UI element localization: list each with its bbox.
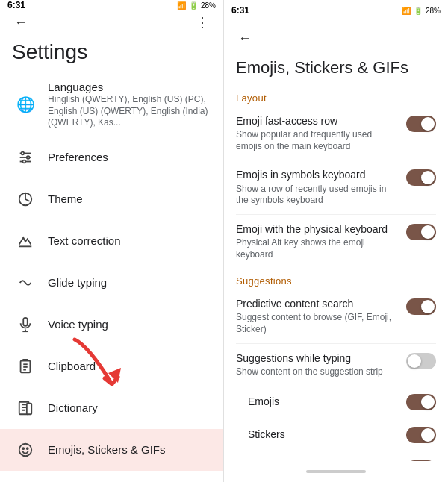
emojis-symbols-desc: Show a row of recently used emojis in th… <box>236 184 399 207</box>
toggle-item-suggestions-typing[interactable]: Suggestions while typing Show content on… <box>224 344 448 386</box>
svg-point-17 <box>19 444 32 457</box>
emojis-symbols-toggle[interactable] <box>406 169 436 186</box>
right-home-indicator <box>306 470 366 473</box>
theme-icon <box>12 186 39 213</box>
toggle-item-predictive[interactable]: Predictive content search Suggest conten… <box>224 289 448 342</box>
menu-item-text-correction[interactable]: Text correction <box>0 220 223 262</box>
emoji-physical-title: Emoji with the physical keyboard <box>236 222 399 236</box>
languages-icon: 🌐 <box>12 91 39 118</box>
toggle-item-stickers-sub[interactable]: Stickers <box>224 418 448 451</box>
share-icon <box>12 478 39 482</box>
menu-item-emojis[interactable]: Emojis, Stickers & GIFs <box>0 429 223 471</box>
preferences-label: Preferences <box>48 151 211 163</box>
suggestions-typing-desc: Show content on the suggestion strip <box>236 366 399 378</box>
toggle-item-emoji-stickers[interactable]: Emoji Stickers Suggest stickers when you… <box>224 451 448 461</box>
emoji-physical-toggle[interactable] <box>406 224 436 240</box>
right-battery-percent: 28% <box>426 7 441 15</box>
predictive-toggle[interactable] <box>406 298 436 315</box>
emojis-sub-toggle[interactable] <box>406 394 436 410</box>
right-panel: 6:31 📶 🔋 28% ← Emojis, Stickers & GIFs L… <box>224 0 448 482</box>
glide-typing-label: Glide typing <box>48 276 211 289</box>
left-top-bar: ← ⋮ <box>0 10 223 34</box>
dictionary-label: Dictionary <box>48 401 211 414</box>
clipboard-label: Clipboard <box>48 360 211 372</box>
wifi-icon: 📶 <box>402 7 411 15</box>
more-options-button[interactable]: ⋮ <box>190 10 214 34</box>
emojis-icon <box>12 436 39 463</box>
right-back-button[interactable]: ← <box>233 26 257 50</box>
text-correction-icon <box>12 228 39 254</box>
suggestions-section-label: Suggestions <box>224 268 448 289</box>
svg-point-3 <box>22 151 25 154</box>
menu-item-share-gboard[interactable]: Share Gboard <box>0 471 223 482</box>
right-top-bar: ← <box>224 21 448 55</box>
dictionary-icon <box>12 395 39 422</box>
emoji-fast-access-desc: Show popular and frequently used emojis … <box>236 129 399 152</box>
voice-typing-icon <box>12 311 39 338</box>
theme-label: Theme <box>48 193 211 205</box>
stickers-sub-toggle[interactable] <box>406 427 436 443</box>
left-status-icons: 📶 🔋 28% <box>177 1 216 10</box>
left-status-bar: 6:31 📶 🔋 28% <box>0 0 223 10</box>
right-time: 6:31 <box>231 5 249 16</box>
menu-item-dictionary[interactable]: Dictionary <box>0 387 223 429</box>
toggle-item-emoji-physical[interactable]: Emoji with the physical keyboard Physica… <box>224 215 448 268</box>
svg-rect-8 <box>23 318 28 326</box>
emoji-stickers-toggle[interactable] <box>406 460 436 461</box>
toggle-item-emojis-sub[interactable]: Emojis <box>224 385 448 418</box>
predictive-title: Predictive content search <box>236 297 399 310</box>
layout-section-label: Layout <box>224 85 448 107</box>
stickers-sub-label: Stickers <box>248 428 285 440</box>
battery-percent: 28% <box>201 1 216 10</box>
menu-item-voice-typing[interactable]: Voice typing <box>0 304 223 345</box>
back-button[interactable]: ← <box>9 10 33 34</box>
menu-item-clipboard[interactable]: Clipboard <box>0 345 223 387</box>
notification-icon: 📶 <box>177 1 186 10</box>
suggestions-typing-toggle[interactable] <box>406 353 436 369</box>
battery-icon-right: 🔋 <box>414 7 423 15</box>
toggle-item-emojis-symbols[interactable]: Emojis in symbols keyboard Show a row of… <box>224 160 448 213</box>
emojis-label: Emojis, Stickers & GIFs <box>48 443 211 456</box>
left-time: 6:31 <box>7 0 25 10</box>
svg-point-18 <box>22 448 24 449</box>
clipboard-icon <box>12 353 39 380</box>
emojis-sub-label: Emojis <box>248 395 279 407</box>
menu-list: 🌐 Languages Hinglish (QWERTY), English (… <box>0 73 223 482</box>
right-status-bar: 6:31 📶 🔋 28% <box>224 0 448 21</box>
right-bottom-bar <box>224 461 448 482</box>
predictive-desc: Suggest content to browse (GIF, Emoji, S… <box>236 312 399 335</box>
left-panel: 6:31 📶 🔋 28% ← ⋮ Settings 🌐 Languages Hi… <box>0 0 224 482</box>
menu-item-glide-typing[interactable]: Glide typing <box>0 262 223 304</box>
glide-typing-icon <box>12 269 39 296</box>
svg-point-4 <box>27 156 30 159</box>
suggestions-typing-title: Suggestions while typing <box>236 351 399 365</box>
right-title: Emojis, Stickers & GIFs <box>224 55 448 85</box>
toggle-item-emoji-fast-access[interactable]: Emoji fast-access row Show popular and f… <box>224 107 448 160</box>
svg-rect-16 <box>27 403 31 414</box>
emoji-physical-desc: Physical Alt key shows the emoji keyboar… <box>236 237 399 260</box>
menu-item-preferences[interactable]: Preferences <box>0 137 223 178</box>
preferences-icon <box>12 144 39 171</box>
svg-point-5 <box>22 160 25 163</box>
text-correction-label: Text correction <box>48 234 211 247</box>
battery-icon: 🔋 <box>189 1 198 10</box>
emojis-symbols-title: Emojis in symbols keyboard <box>236 168 399 181</box>
right-content: Layout Emoji fast-access row Show popula… <box>224 85 448 461</box>
languages-sublabel: Hinglish (QWERTY), English (US) (PC), En… <box>48 94 211 129</box>
svg-point-19 <box>27 448 28 449</box>
settings-title: Settings <box>0 34 223 73</box>
emoji-fast-access-title: Emoji fast-access row <box>236 114 399 128</box>
voice-typing-label: Voice typing <box>48 318 211 331</box>
right-status-icons: 📶 🔋 28% <box>402 7 441 15</box>
emoji-fast-access-toggle[interactable] <box>406 116 436 132</box>
languages-label: Languages <box>48 81 211 93</box>
menu-item-theme[interactable]: Theme <box>0 178 223 220</box>
menu-item-languages[interactable]: 🌐 Languages Hinglish (QWERTY), English (… <box>0 73 223 137</box>
